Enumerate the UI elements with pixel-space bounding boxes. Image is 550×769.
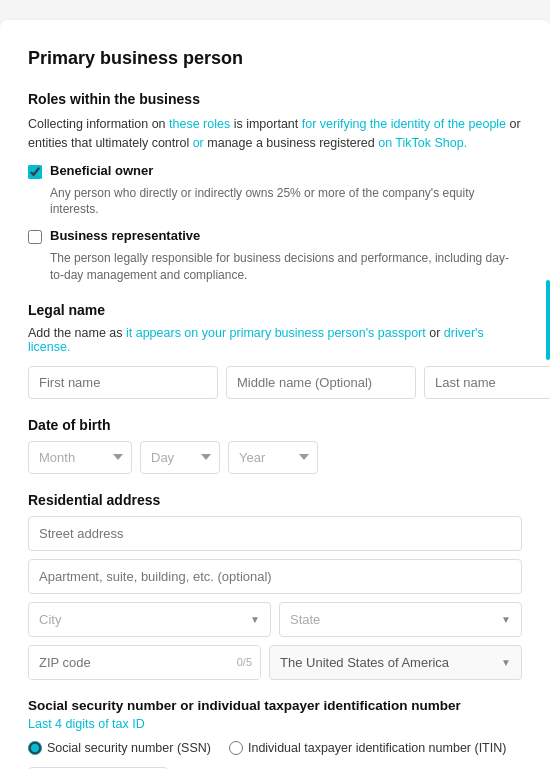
dob-title: Date of birth [28, 417, 522, 433]
month-select[interactable]: Month JanuaryFebruaryMarch AprilMayJune … [28, 441, 132, 474]
city-select[interactable]: City ▼ [28, 602, 271, 637]
zip-input[interactable] [29, 646, 260, 679]
main-card: Primary business person Roles within the… [0, 20, 550, 769]
business-rep-row[interactable]: Business representative [28, 228, 522, 244]
country-value: The United States of America [280, 655, 449, 670]
first-name-input[interactable] [28, 366, 218, 399]
city-state-row: City ▼ State ▼ [28, 602, 522, 637]
residential-address-section: Residential address City ▼ State ▼ 0/5 T… [28, 492, 522, 680]
state-label: State [290, 612, 320, 627]
itin-radio-option[interactable]: Individual taxpayer identification numbe… [229, 741, 506, 755]
beneficial-owner-row[interactable]: Beneficial owner [28, 163, 522, 179]
beneficial-owner-desc: Any person who directly or indirectly ow… [50, 185, 522, 219]
name-inputs-row [28, 366, 522, 399]
roles-info-text: Collecting information on these roles is… [28, 115, 522, 153]
business-rep-desc: The person legally responsible for busin… [50, 250, 522, 284]
beneficial-owner-label[interactable]: Beneficial owner [50, 163, 153, 178]
ssn-radio[interactable] [28, 741, 42, 755]
state-chevron-icon: ▼ [501, 614, 511, 625]
ssn-radio-row: Social security number (SSN) Individual … [28, 741, 522, 755]
beneficial-owner-checkbox[interactable] [28, 165, 42, 179]
residential-address-title: Residential address [28, 492, 522, 508]
country-chevron-icon: ▼ [501, 657, 511, 668]
zip-input-wrap: 0/5 [28, 645, 261, 680]
apt-input[interactable] [28, 559, 522, 594]
city-label: City [39, 612, 61, 627]
zip-count: 0/5 [237, 656, 252, 668]
dob-inputs-row: Month JanuaryFebruaryMarch AprilMayJune … [28, 441, 522, 474]
legal-name-title: Legal name [28, 302, 522, 318]
city-chevron-icon: ▼ [250, 614, 260, 625]
state-select[interactable]: State ▼ [279, 602, 522, 637]
roles-section-title: Roles within the business [28, 91, 522, 107]
itin-option-label: Individual taxpayer identification numbe… [248, 741, 506, 755]
year-select[interactable]: Year 20052004200320022001200019991998199… [228, 441, 318, 474]
middle-name-input[interactable] [226, 366, 416, 399]
ssn-section: Social security number or individual tax… [28, 698, 522, 769]
legal-name-section: Legal name Add the name as it appears on… [28, 302, 522, 399]
ssn-option-label: Social security number (SSN) [47, 741, 211, 755]
itin-radio[interactable] [229, 741, 243, 755]
last4-label: Last 4 digits of tax ID [28, 717, 522, 731]
ssn-title: Social security number or individual tax… [28, 698, 522, 713]
business-rep-checkbox[interactable] [28, 230, 42, 244]
last-name-input[interactable] [424, 366, 550, 399]
legal-name-hint: Add the name as it appears on your prima… [28, 326, 522, 354]
dob-section: Date of birth Month JanuaryFebruaryMarch… [28, 417, 522, 474]
country-select[interactable]: The United States of America ▼ [269, 645, 522, 680]
ssn-radio-option[interactable]: Social security number (SSN) [28, 741, 211, 755]
business-rep-label[interactable]: Business representative [50, 228, 200, 243]
day-select[interactable]: Day for(let i=1;i<=31;i++) document.writ… [140, 441, 220, 474]
roles-section: Roles within the business Collecting inf… [28, 91, 522, 284]
scroll-indicator [546, 280, 550, 360]
zip-country-row: 0/5 The United States of America ▼ [28, 645, 522, 680]
page-title: Primary business person [28, 48, 522, 69]
street-address-input[interactable] [28, 516, 522, 551]
